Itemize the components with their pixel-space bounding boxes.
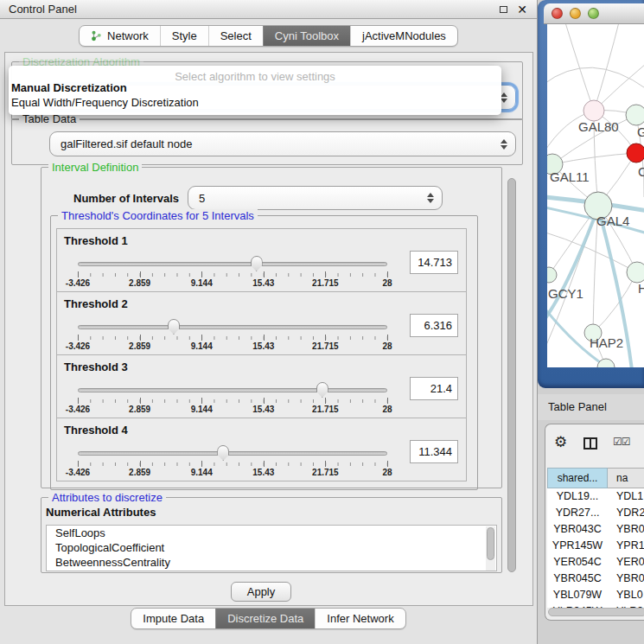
tick-label: 21.715 bbox=[312, 468, 339, 477]
cell-shared-name: YBL079W bbox=[547, 587, 608, 603]
table-row[interactable]: YBL079W YBL0 bbox=[547, 587, 644, 603]
cell-name: YDL1 bbox=[608, 488, 644, 505]
panel-vertical-scrollbar[interactable] bbox=[507, 178, 516, 572]
columns-icon[interactable] bbox=[583, 437, 597, 450]
slider-track[interactable] bbox=[78, 325, 387, 329]
svg-text:GAL11: GAL11 bbox=[550, 169, 590, 184]
threshold-value-field[interactable]: 11.344 bbox=[410, 440, 458, 463]
combo-stepper-icon bbox=[427, 193, 434, 203]
gear-icon[interactable]: ⚙ bbox=[554, 435, 567, 450]
table-data-group: Table Data galFiltered.sif default node bbox=[11, 118, 523, 165]
svg-text:GAL4: GAL4 bbox=[596, 214, 629, 228]
checkboxes-icon[interactable]: ☑☑ bbox=[613, 436, 630, 448]
svg-text:GCY1: GCY1 bbox=[548, 286, 583, 301]
apply-button[interactable]: Apply bbox=[231, 582, 291, 602]
cell-name: YBR0 bbox=[608, 571, 644, 587]
tick-label: 9.144 bbox=[191, 405, 213, 414]
threshold-value-field[interactable]: 14.713 bbox=[410, 251, 458, 274]
major-tick bbox=[201, 398, 202, 404]
major-tick bbox=[78, 271, 79, 277]
major-tick bbox=[140, 461, 141, 467]
control-panel-tabs: Network Style Select bbox=[79, 25, 458, 47]
major-tick bbox=[325, 335, 326, 341]
table-horizontal-scrollbar[interactable] bbox=[548, 608, 644, 616]
attributes-scrollbar[interactable] bbox=[486, 526, 495, 571]
threshold-slider[interactable]: -3.4262.8599.14415.4321.71528 bbox=[78, 381, 387, 416]
tab-item[interactable]: Discretize Data bbox=[215, 609, 315, 628]
threshold-slider[interactable]: -3.4262.8599.14415.4321.71528 bbox=[78, 255, 387, 290]
column-header-name[interactable]: na bbox=[608, 468, 644, 488]
number-of-intervals-select[interactable]: 5 bbox=[188, 186, 443, 210]
algorithm-dropdown-popup: Select algorithm to view settings Manual… bbox=[9, 66, 501, 115]
table-row[interactable]: YBR043C YBR0 bbox=[547, 521, 644, 538]
close-traffic-light[interactable] bbox=[552, 8, 563, 19]
major-tick bbox=[325, 461, 326, 467]
screenshot-root: Control Panel ✕ Network Style bbox=[0, 0, 644, 644]
cell-shared-name: YDR27... bbox=[547, 505, 608, 521]
threshold-panel: Threshold 3 -3.4262.8599.14415.4321.7152… bbox=[56, 354, 467, 418]
tab-item[interactable]: jActiveMNodules bbox=[350, 26, 457, 46]
cell-name: YBL0 bbox=[608, 587, 644, 603]
table-panel-title: Table Panel bbox=[548, 394, 607, 420]
tab-item[interactable]: Infer Network bbox=[315, 609, 405, 628]
slider-track[interactable] bbox=[78, 451, 387, 456]
tick-label: -3.426 bbox=[66, 468, 90, 477]
tab-label: Impute Data bbox=[143, 609, 204, 629]
attribute-list-item[interactable]: SelfLoops bbox=[47, 526, 496, 540]
slider-track[interactable] bbox=[78, 388, 387, 392]
zoom-traffic-light[interactable] bbox=[588, 8, 599, 19]
slider-handle[interactable] bbox=[251, 256, 263, 271]
number-of-intervals-label: Number of Intervals bbox=[73, 192, 179, 205]
slider-track[interactable] bbox=[78, 262, 387, 266]
tick-label: 21.715 bbox=[312, 341, 339, 351]
dropdown-prompt: Select algorithm to view settings bbox=[9, 66, 501, 80]
major-tick bbox=[264, 461, 265, 467]
table-data-select[interactable]: galFiltered.sif default node bbox=[49, 131, 516, 156]
tab-item[interactable]: Network bbox=[80, 26, 160, 46]
table-row[interactable]: YPR145W YPR1 bbox=[547, 538, 644, 554]
table-row[interactable]: YDR27... YDR2 bbox=[547, 505, 644, 521]
table-panel-body: ⚙ ☑☑ shared... na YDL19... YDL1 bbox=[545, 424, 644, 621]
tab-item[interactable]: Impute Data bbox=[131, 609, 215, 628]
tick-label: 28 bbox=[382, 468, 392, 477]
major-tick bbox=[325, 398, 326, 404]
minimize-traffic-light[interactable] bbox=[570, 8, 581, 19]
tab-item[interactable]: Select bbox=[208, 26, 263, 46]
slider-handle[interactable] bbox=[168, 319, 180, 335]
close-icon[interactable]: ✕ bbox=[517, 2, 527, 17]
major-tick bbox=[264, 398, 265, 404]
control-panel-window: Control Panel ✕ Network Style bbox=[0, 0, 538, 644]
slider-handle[interactable] bbox=[316, 382, 328, 398]
table-row[interactable]: YDL19... YDL1 bbox=[547, 488, 644, 505]
threshold-slider[interactable]: -3.4262.8599.14415.4321.71528 bbox=[78, 318, 387, 353]
major-tick bbox=[201, 335, 202, 341]
combo-stepper-icon bbox=[501, 139, 507, 150]
tab-label: Select bbox=[220, 26, 252, 47]
tab-label: Discretize Data bbox=[227, 609, 303, 629]
table-row[interactable]: YER054C YER0 bbox=[547, 554, 644, 571]
tab-label: Infer Network bbox=[327, 609, 393, 629]
major-tick bbox=[140, 335, 141, 341]
tab-item[interactable]: Style bbox=[160, 26, 208, 46]
svg-text:C: C bbox=[638, 164, 644, 179]
threshold-value-field[interactable]: 21.4 bbox=[410, 377, 458, 400]
float-window-icon[interactable] bbox=[500, 6, 507, 13]
tick-label: -3.426 bbox=[66, 341, 90, 351]
attribute-list-item[interactable]: TopologicalCoefficient bbox=[47, 540, 496, 555]
slider-handle[interactable] bbox=[217, 445, 229, 461]
threshold-value-field[interactable]: 6.316 bbox=[410, 314, 458, 337]
numerical-attributes-label: Numerical Attributes bbox=[46, 506, 156, 519]
cyni-toolbox-panel: Discretization Algorithm Table Data galF… bbox=[4, 52, 533, 606]
tick-label: 9.144 bbox=[191, 278, 213, 288]
table-row[interactable]: YBR045C YBR0 bbox=[547, 571, 644, 587]
network-canvas[interactable]: GAL80GACGAL11GAL4GCY1HHAP2 bbox=[547, 24, 644, 367]
tick-label: 9.144 bbox=[191, 341, 213, 351]
attribute-list-item[interactable]: BetweennessCentrality bbox=[47, 555, 496, 570]
major-tick bbox=[264, 271, 265, 277]
cyni-mode-tabs: Impute Data Discretize Data Infer Networ… bbox=[131, 608, 405, 629]
column-header-shared-name[interactable]: shared... bbox=[547, 468, 608, 488]
tick-label: 15.43 bbox=[252, 278, 274, 288]
threshold-slider[interactable]: -3.4262.8599.14415.4321.71528 bbox=[78, 444, 387, 479]
dropdown-option[interactable]: Equal Width/Frequency Discretization bbox=[9, 95, 501, 110]
tab-item[interactable]: Cyni Toolbox bbox=[263, 26, 350, 46]
